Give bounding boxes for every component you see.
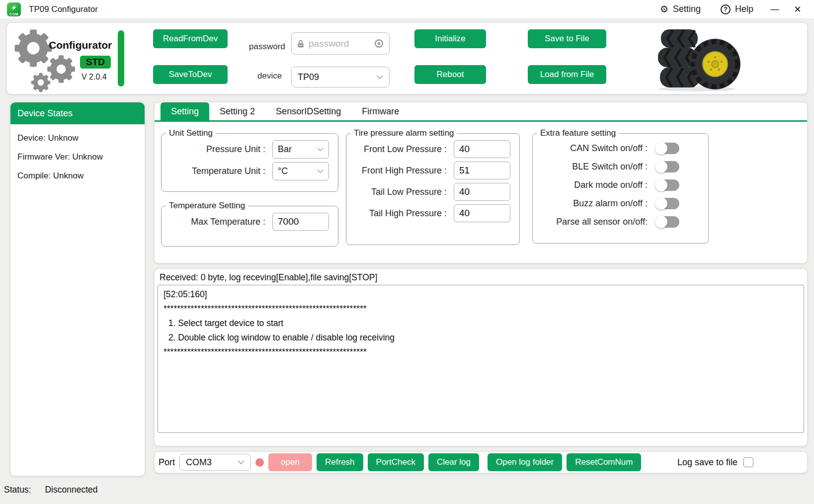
app-logo-icon: COM [7, 2, 21, 16]
pressure-unit-select[interactable]: Bar [272, 140, 329, 159]
device-states-panel: Device States Device: Unknow Firmware Ve… [10, 102, 145, 476]
device-state-item: Compile: Unknow [10, 171, 145, 181]
tab-setting[interactable]: Setting [161, 102, 209, 120]
password-field-wrap [291, 32, 390, 55]
open-port-button[interactable]: open [268, 453, 312, 471]
help-icon: ? [721, 4, 731, 14]
save-to-dev-button[interactable]: SaveToDev [153, 65, 228, 84]
port-status-dot [255, 458, 264, 467]
status-value: Disconnected [45, 485, 97, 495]
refresh-button[interactable]: Refresh [317, 453, 363, 471]
chevron-down-icon [376, 75, 383, 80]
ble-switch-label: BLE Switch on/off : [572, 162, 648, 172]
log-save-checkbox[interactable] [743, 457, 753, 467]
title-bar: COM TP09 Configurator ⚙ Setting ? Help —… [0, 0, 814, 19]
extra-feature-group: Extra feature setting CAN Switch on/off … [532, 128, 709, 244]
tires-image [653, 25, 742, 92]
load-from-file-button[interactable]: Load from File [528, 65, 606, 84]
tab-sensor-id-setting[interactable]: SensorIDSetting [265, 102, 351, 120]
tab-bar: Setting Setting 2 SensorIDSetting Firmwa… [155, 102, 807, 120]
eye-icon[interactable] [374, 38, 384, 49]
save-to-file-button[interactable]: Save to File [528, 29, 606, 48]
window-title: TP09 Configurator [29, 4, 98, 14]
log-line: 2. Double click log window to enable / d… [163, 331, 798, 345]
dark-mode-label: Dark mode on/off : [574, 180, 648, 190]
tail-high-pressure-label: Tail High Pressure : [369, 208, 447, 219]
log-line: 1. Select target device to start [163, 316, 798, 331]
log-window[interactable]: [52:05:160] ****************************… [158, 285, 804, 433]
device-label: device [257, 71, 282, 81]
app-window: COM TP09 Configurator ⚙ Setting ? Help —… [0, 0, 814, 504]
tail-high-pressure-input[interactable] [454, 204, 510, 222]
temperature-setting-title: Temperature Setting [166, 201, 248, 211]
log-status-header: Received: 0 byte, log receving[Enable],f… [155, 269, 807, 283]
status-bar: Status: Disconnected [4, 485, 98, 495]
setting-menu-label: Setting [673, 4, 701, 14]
device-states-title: Device States [10, 102, 145, 124]
front-low-pressure-label: Front Low Pressure : [364, 144, 447, 155]
tab-firmware[interactable]: Firmware [351, 102, 409, 120]
buzz-alarm-label: Buzz alarm on/off : [573, 198, 648, 209]
read-from-dev-button[interactable]: ReadFromDev [153, 29, 228, 48]
tail-low-pressure-input[interactable] [454, 183, 510, 201]
log-line: [52:05:160] [163, 287, 798, 302]
device-state-item: Device: Unknow [10, 133, 145, 143]
titlebar-setting-button[interactable]: ⚙ Setting [650, 0, 711, 19]
help-menu-label: Help [735, 4, 753, 14]
minimize-button[interactable]: — [763, 0, 786, 19]
max-temperature-input[interactable] [272, 213, 329, 231]
buzz-alarm-toggle[interactable] [655, 198, 679, 209]
app-icon-com-label: COM [7, 12, 21, 16]
pressure-unit-value: Bar [278, 144, 292, 155]
device-select[interactable]: TP09 [291, 67, 390, 87]
front-low-pressure-input[interactable] [454, 140, 510, 158]
device-state-item: Firmware Ver: Unknow [10, 152, 145, 162]
open-log-folder-button[interactable]: Open log folder [488, 453, 562, 471]
reset-com-num-button[interactable]: ResetComNum [567, 453, 641, 471]
port-select[interactable]: COM3 [179, 454, 251, 471]
port-label: Port [159, 457, 175, 468]
chevron-down-icon [238, 460, 244, 465]
parse-all-sensor-label: Parse all sensor on/off: [556, 217, 648, 227]
tab-setting-2[interactable]: Setting 2 [209, 102, 265, 120]
log-panel: Received: 0 byte, log receving[Enable],f… [154, 268, 808, 446]
parse-all-sensor-toggle[interactable] [655, 216, 679, 228]
clear-log-button[interactable]: Clear log [428, 453, 479, 471]
tab-underline [155, 120, 807, 122]
front-high-pressure-label: Front High Pressure : [362, 166, 447, 176]
close-button[interactable]: ✕ [786, 0, 809, 19]
reboot-button[interactable]: Reboot [414, 65, 486, 84]
brand-badge: STD [80, 56, 111, 69]
initialize-button[interactable]: Initialize [414, 29, 486, 48]
ble-switch-toggle[interactable] [655, 161, 679, 172]
temperature-setting-group: Temperature Setting Max Temperature : [161, 201, 338, 247]
log-save-group: Log save to file [677, 457, 753, 468]
brand-name: Configurator [49, 39, 112, 51]
can-switch-toggle[interactable] [655, 143, 679, 154]
port-bar: Port COM3 open Refresh PortCheck Clear l… [154, 451, 808, 473]
log-save-label: Log save to file [677, 457, 737, 468]
tire-pressure-title: Tire pressure alarm setting [351, 128, 457, 138]
temperature-unit-value: °C [278, 166, 288, 176]
titlebar-help-button[interactable]: ? Help [711, 0, 763, 19]
port-check-button[interactable]: PortCheck [368, 453, 424, 471]
pressure-unit-label: Pressure Unit : [206, 144, 265, 155]
password-label: password [249, 42, 285, 52]
max-temperature-label: Max Temperature : [191, 217, 265, 227]
brand-divider [118, 30, 124, 86]
log-line: ****************************************… [163, 302, 798, 316]
chevron-down-icon [317, 148, 324, 152]
extra-feature-title: Extra feature setting [537, 128, 619, 138]
gear-icon: ⚙ [660, 4, 668, 14]
password-input[interactable] [309, 38, 370, 49]
temperature-unit-select[interactable]: °C [272, 162, 329, 180]
chevron-down-icon [317, 169, 324, 173]
port-select-value: COM3 [186, 457, 212, 468]
tire-pressure-group: Tire pressure alarm setting Front Low Pr… [346, 128, 520, 245]
device-select-value: TP09 [298, 72, 319, 83]
lock-icon [297, 39, 305, 48]
dark-mode-toggle[interactable] [655, 179, 679, 191]
temperature-unit-label: Temperature Unit : [192, 166, 265, 176]
front-high-pressure-input[interactable] [454, 162, 510, 179]
can-switch-label: CAN Switch on/off : [570, 143, 648, 154]
